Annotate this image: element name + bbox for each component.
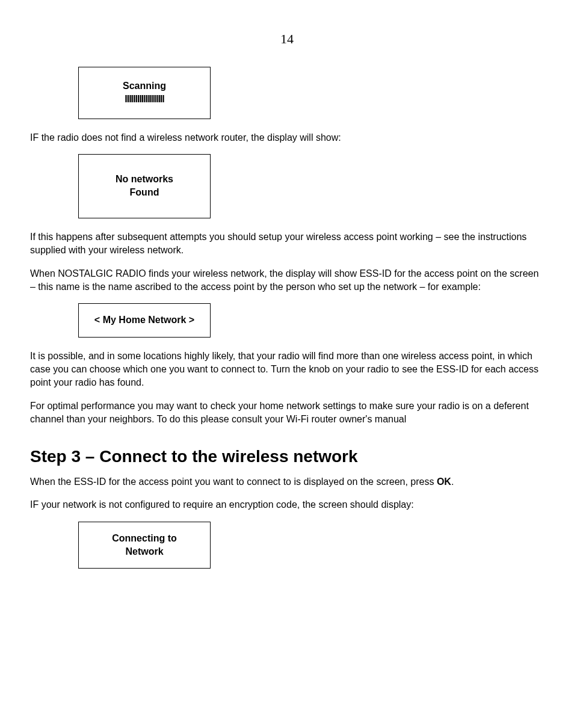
screen-line-progress: IIIIIIIIIIIIIIIIIII [85, 93, 204, 106]
screen-line: Connecting to [85, 532, 204, 545]
screen-line: Found [85, 186, 204, 199]
text-run: When the ESS-ID for the access point you… [30, 477, 437, 487]
screen-line: Network [85, 545, 204, 558]
screen-essid: < My Home Network > [78, 303, 211, 337]
paragraph: IF your network is not configured to req… [30, 498, 544, 511]
heading-step3: Step 3 – Connect to the wireless network [30, 445, 544, 468]
screen-line: No networks [85, 173, 204, 186]
screen-no-networks: No networks Found [78, 154, 211, 218]
text-run: . [451, 477, 454, 487]
screen-line: < My Home Network > [85, 313, 204, 327]
screen-connecting: Connecting to Network [78, 522, 211, 569]
paragraph: When NOSTALGIC RADIO finds your wireless… [30, 267, 544, 294]
screen-scanning: Scanning IIIIIIIIIIIIIIIIIII [78, 67, 211, 119]
paragraph: It is possible, and in some locations hi… [30, 350, 544, 390]
screen-line: Scanning [85, 79, 204, 93]
ok-key: OK [437, 477, 451, 487]
paragraph: If this happens after subsequent attempt… [30, 230, 544, 258]
paragraph: IF the radio does not find a wireless ne… [30, 131, 544, 144]
paragraph: For optimal performance you may want to … [30, 399, 544, 427]
page-number: 14 [30, 30, 544, 49]
paragraph: When the ESS-ID for the access point you… [30, 475, 544, 489]
